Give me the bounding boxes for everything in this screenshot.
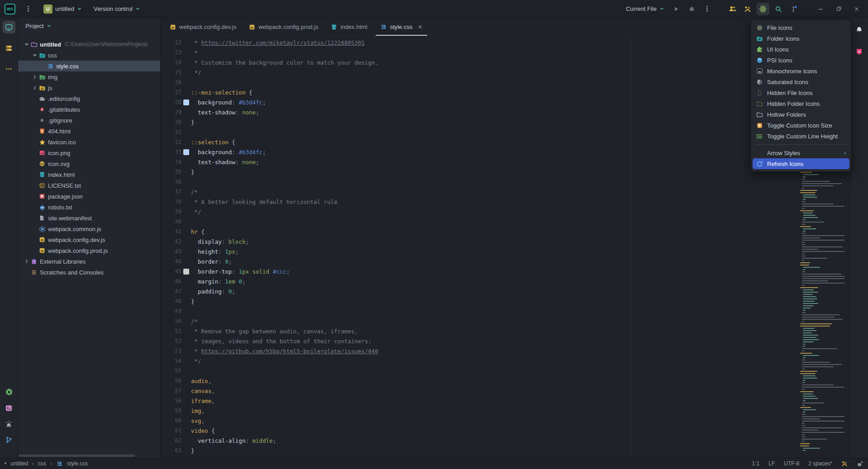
minimap-line	[802, 405, 806, 406]
breadcrumb-project[interactable]: untitled	[10, 460, 28, 467]
breadcrumb-folder[interactable]: css	[38, 460, 46, 467]
close-button[interactable]	[849, 2, 864, 16]
encoding-widget[interactable]: UTF-8	[784, 460, 799, 467]
file-star-icon	[39, 139, 48, 146]
file-image-icon	[39, 150, 48, 156]
minimap-line	[803, 194, 816, 195]
version-control-button[interactable]	[3, 433, 15, 446]
settings-button[interactable]	[3, 386, 15, 398]
tree-item-package-json[interactable]: package.json	[18, 191, 160, 202]
chevron-down-icon[interactable]	[23, 42, 31, 47]
tree-item-untitled[interactable]: untitledC:\Users\User\WebstormProjects	[18, 39, 160, 50]
tree-item-robots-txt[interactable]: robots.txt	[18, 202, 160, 213]
menu-item-folder-icons[interactable]: Folder Icons	[751, 33, 851, 44]
chevron-right-icon[interactable]	[23, 259, 31, 264]
debug-button[interactable]	[685, 3, 698, 15]
terminal-button[interactable]	[3, 402, 15, 414]
menu-item-toggle-custom-icon-size[interactable]: Toggle Custom Icon Size	[751, 120, 851, 131]
atom-material-icons-button[interactable]	[757, 3, 769, 15]
tree-item-css[interactable]: css	[18, 50, 160, 61]
menu-item-refresh-icons[interactable]: Refresh Icons	[753, 158, 849, 169]
file-html5-icon: 5	[39, 128, 48, 134]
chevron-down-icon[interactable]	[31, 52, 39, 58]
menu-item-saturated-icons[interactable]: Saturated Icons	[751, 76, 851, 87]
line-separator-widget[interactable]: LF	[768, 460, 775, 467]
tree-item-scratches-and-consoles[interactable]: Scratches and Consoles	[18, 267, 160, 278]
settings-menu-button[interactable]	[787, 3, 800, 15]
breadcrumb-separator: ›	[50, 460, 52, 467]
minimap-line	[802, 418, 820, 419]
tab-close-icon[interactable]	[418, 24, 423, 29]
minimap-line	[802, 319, 843, 320]
tree-item-webpack-common-js[interactable]: webpack.common.js	[18, 223, 160, 234]
line-number: 45	[161, 268, 181, 275]
tree-item-site-webmanifest[interactable]: site.webmanifest	[18, 213, 160, 223]
code-line: 49	[161, 306, 850, 316]
minimap-line	[802, 364, 842, 365]
menu-item-psi-icons[interactable]: PSI Icons	[751, 55, 851, 66]
breadcrumb-file[interactable]: style.css	[67, 460, 88, 467]
horizontal-scrollbar[interactable]	[19, 455, 135, 457]
line-number: 26	[161, 79, 181, 85]
tree-item-gitattributes[interactable]: .gitattributes	[18, 104, 160, 115]
tree-item-index-html[interactable]: <>index.html	[18, 169, 160, 180]
menu-item-monochrome-icons[interactable]: Monochrome Icons	[751, 66, 851, 76]
tree-item-webpack-config-dev-js[interactable]: JSwebpack.config.dev.js	[18, 234, 160, 245]
chevron-right-icon[interactable]	[31, 85, 39, 90]
tree-item-gitignore[interactable]: .gitignore	[18, 115, 160, 126]
unlock-icon[interactable]	[857, 460, 863, 467]
menu-item-file-icons[interactable]: File Icons	[751, 22, 851, 33]
breadcrumb-separator: ›	[32, 460, 34, 467]
minimap-line	[802, 260, 805, 261]
tool-window-project-button[interactable]	[3, 21, 15, 33]
code-editor[interactable]: 22 * https://twitter.com/miketaylr/statu…	[161, 36, 850, 458]
tree-item-external-libraries[interactable]: External Libraries	[18, 256, 160, 267]
search-everywhere-button[interactable]	[772, 3, 785, 15]
run-configuration-button[interactable]: Current File	[623, 4, 667, 14]
tab-index-html[interactable]: <>index.html	[324, 18, 373, 36]
tab-webpack-config-dev-js[interactable]: JSwebpack.config.dev.js	[163, 18, 243, 36]
chevron-right-icon[interactable]	[31, 74, 39, 80]
maximize-button[interactable]	[831, 2, 846, 16]
tree-item-404-html[interactable]: 5404.html	[18, 126, 160, 137]
indent-widget[interactable]: 2 spaces*	[808, 460, 832, 467]
hammer-wrench-icon[interactable]	[841, 460, 848, 467]
code-text: border-top: 1px solid #ccc;	[191, 268, 290, 275]
tree-item-license-txt[interactable]: LICENSE.txt	[18, 180, 160, 191]
run-button[interactable]	[670, 3, 682, 15]
notifications-button[interactable]	[853, 24, 866, 36]
tree-item-icon-svg[interactable]: SVGicon.svg	[18, 158, 160, 169]
caret-position-widget[interactable]: 1:1	[752, 460, 760, 467]
minimize-button[interactable]	[813, 2, 828, 16]
tree-item-icon-png[interactable]: icon.png	[18, 147, 160, 158]
tree-item-style-css[interactable]: style.css	[18, 61, 160, 71]
project-panel-header[interactable]: Project	[18, 18, 160, 33]
line-number: 22	[161, 39, 181, 46]
tree-item-img[interactable]: img	[18, 71, 160, 82]
project-widget-button[interactable]: U untitled	[41, 3, 85, 15]
main-menu-button[interactable]	[22, 3, 34, 15]
menu-item-arrow-styles[interactable]: Arrow Styles›	[751, 147, 851, 158]
svg-text:JS: JS	[171, 26, 174, 29]
build-tools-button[interactable]	[741, 3, 754, 15]
vcs-widget-button[interactable]: Version control	[91, 4, 143, 14]
tree-item-favicon-ico[interactable]: favicon.ico	[18, 137, 160, 147]
line-number: 59	[161, 407, 181, 414]
line-number: 54	[161, 358, 181, 364]
more-run-options-button[interactable]	[701, 3, 713, 15]
tree-item-webpack-config-prod-js[interactable]: JSwebpack.config.prod.js	[18, 245, 160, 256]
menu-item-toggle-custom-line-height[interactable]: Toggle Custom Line Height	[751, 131, 851, 142]
menu-item-hollow-folders[interactable]: Hollow Folders	[751, 109, 851, 120]
more-tool-windows-button[interactable]	[3, 62, 15, 75]
tab-style-css[interactable]: style.css	[374, 18, 429, 36]
menu-item-hidden-folder-icons[interactable]: Hidden Folder Icons	[751, 98, 851, 109]
menu-item-hidden-file-icons[interactable]: Hidden File Icons	[751, 87, 851, 98]
tree-item-editorconfig[interactable]: .editorconfig	[18, 93, 160, 104]
tab-webpack-config-prod-js[interactable]: JSwebpack.config.prod.js	[243, 18, 324, 36]
tree-item-js[interactable]: JSjs	[18, 82, 160, 93]
menu-item-ui-icons[interactable]: UI Icons	[751, 44, 851, 55]
services-button[interactable]	[3, 417, 15, 430]
plugin-badge-button[interactable]	[853, 45, 866, 58]
code-with-me-button[interactable]	[726, 3, 739, 15]
tool-window-structure-button[interactable]	[3, 42, 15, 54]
